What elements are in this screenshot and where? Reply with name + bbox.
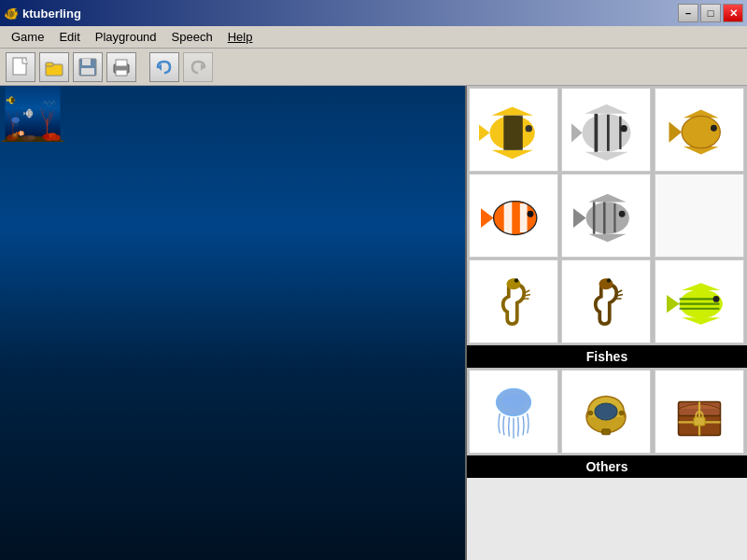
app-icon: 🐠 xyxy=(4,7,19,21)
svg-marker-80 xyxy=(669,121,682,142)
close-button[interactable]: ✕ xyxy=(723,4,743,22)
window-controls: – □ ✕ xyxy=(678,4,743,22)
svg-point-100 xyxy=(599,278,613,289)
redo-button[interactable] xyxy=(183,52,213,82)
svg-rect-122 xyxy=(694,417,705,426)
svg-point-35 xyxy=(12,118,20,123)
svg-marker-70 xyxy=(479,121,490,144)
minimize-button[interactable]: – xyxy=(678,4,698,22)
other-item-jellyfish[interactable] xyxy=(469,370,558,454)
svg-point-78 xyxy=(620,124,627,131)
fish-item-seahorse2[interactable] xyxy=(561,259,651,343)
fish-item-4[interactable] xyxy=(469,174,558,258)
aquarium[interactable] xyxy=(0,86,467,560)
window-title: ktuberling xyxy=(22,7,81,21)
right-panel: Fishes xyxy=(467,86,747,560)
maximize-button[interactable]: □ xyxy=(700,4,721,22)
svg-point-72 xyxy=(525,124,531,131)
svg-marker-90 xyxy=(573,207,586,228)
svg-marker-74 xyxy=(571,119,583,146)
svg-point-58 xyxy=(23,133,24,133)
others-grid xyxy=(467,368,747,455)
svg-rect-7 xyxy=(116,60,127,66)
menu-help[interactable]: Help xyxy=(220,28,261,46)
print-button[interactable] xyxy=(106,52,136,82)
toolbar xyxy=(0,49,747,86)
svg-point-88 xyxy=(528,211,534,217)
fish-item-2[interactable] xyxy=(561,88,651,172)
svg-rect-117 xyxy=(602,429,611,435)
title-bar: 🐠 ktuberling – □ ✕ xyxy=(0,0,747,26)
svg-point-82 xyxy=(711,125,717,132)
svg-rect-8 xyxy=(116,70,127,76)
svg-point-34 xyxy=(28,135,35,140)
svg-rect-5 xyxy=(81,68,94,75)
svg-rect-55 xyxy=(21,131,21,135)
svg-rect-86 xyxy=(520,203,528,232)
svg-point-112 xyxy=(502,394,525,409)
svg-point-45 xyxy=(13,100,14,101)
svg-marker-106 xyxy=(667,294,680,314)
svg-rect-85 xyxy=(504,202,513,235)
svg-point-73 xyxy=(582,113,630,151)
svg-point-29 xyxy=(43,134,49,139)
fish-item-5[interactable] xyxy=(561,174,651,258)
svg-point-101 xyxy=(607,278,612,283)
svg-point-94 xyxy=(619,211,626,217)
fish-item-3[interactable] xyxy=(655,88,744,172)
svg-point-110 xyxy=(712,296,719,302)
menu-bar: Game Edit Playground Speech Help xyxy=(0,26,747,49)
svg-point-96 xyxy=(514,278,519,283)
svg-point-116 xyxy=(620,411,625,415)
fish-item-seahorse1[interactable] xyxy=(469,259,558,343)
open-button[interactable] xyxy=(39,52,69,82)
new-button[interactable] xyxy=(6,52,35,82)
svg-point-30 xyxy=(51,134,60,141)
menu-game[interactable]: Game xyxy=(4,28,51,46)
menu-playground[interactable]: Playground xyxy=(88,28,164,46)
other-item-diving-helmet[interactable] xyxy=(561,370,651,454)
fish-grid xyxy=(467,86,747,345)
main-content: Fishes xyxy=(0,86,747,560)
svg-rect-4 xyxy=(82,59,91,65)
svg-rect-71 xyxy=(503,115,522,149)
svg-marker-84 xyxy=(481,207,494,228)
fish-item-striped-tropical[interactable] xyxy=(655,259,744,343)
save-button[interactable] xyxy=(73,52,103,82)
svg-point-115 xyxy=(589,411,594,415)
svg-rect-2 xyxy=(46,63,53,66)
other-item-treasure-chest[interactable] xyxy=(655,370,744,454)
svg-point-95 xyxy=(507,278,521,289)
others-category-label: Others xyxy=(467,455,747,478)
svg-rect-56 xyxy=(22,132,23,135)
menu-edit[interactable]: Edit xyxy=(51,28,87,46)
svg-point-89 xyxy=(586,202,629,233)
undo-button[interactable] xyxy=(149,52,179,82)
svg-point-52 xyxy=(32,113,33,114)
fish-item-1[interactable] xyxy=(469,88,558,172)
menu-speech[interactable]: Speech xyxy=(164,28,220,46)
fish-item-6-empty[interactable] xyxy=(655,174,744,258)
svg-point-114 xyxy=(595,403,617,420)
fishes-category-label: Fishes xyxy=(467,345,747,368)
